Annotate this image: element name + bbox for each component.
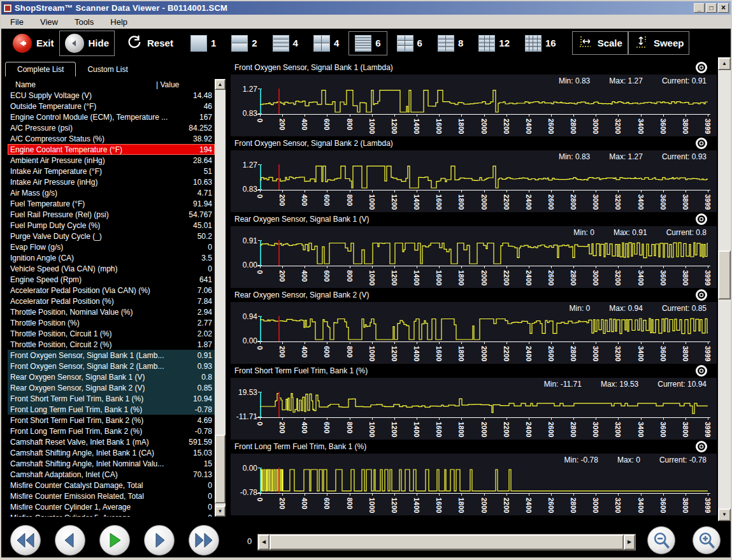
list-scroll-up-icon[interactable]: ▲: [215, 79, 226, 90]
parameter-row[interactable]: Accelerator Pedal Position (%)7.84: [8, 296, 215, 306]
timeline-scroll-right-icon[interactable]: ▶: [624, 535, 635, 550]
layout-button-2-1[interactable]: 2: [226, 32, 262, 55]
step-forward-button[interactable]: [144, 525, 175, 556]
timeline-scroll-thumb[interactable]: [269, 535, 624, 550]
layout-button-4-3[interactable]: 4: [308, 32, 345, 55]
exit-button[interactable]: Exit: [8, 31, 59, 55]
record-icon[interactable]: [695, 289, 708, 301]
x-axis-tick: [282, 190, 283, 192]
record-icon[interactable]: [695, 137, 708, 150]
parameter-row[interactable]: Engine Control Module (ECM), Temperature…: [8, 111, 215, 122]
x-axis-tick: [260, 266, 261, 268]
parameter-row[interactable]: Rear Oxygen Sensor, Signal Bank 2 (V)0.8…: [8, 382, 215, 393]
list-scroll-down-icon[interactable]: ▼: [215, 506, 226, 517]
menu-view[interactable]: View: [40, 17, 58, 27]
x-axis-label: 2200: [503, 194, 510, 210]
parameter-row[interactable]: Misfire Counter Cylinder 5, Average0: [8, 512, 215, 517]
tab-complete-list[interactable]: Complete List: [5, 62, 76, 76]
menu-help[interactable]: Help: [110, 17, 127, 27]
parameter-row[interactable]: Intake Air Pressure (inHg)10.63: [8, 176, 215, 187]
parameter-row[interactable]: Camshaft Shifting Angle, Inlet Nominal V…: [8, 458, 215, 469]
layout-button-8-6[interactable]: 8: [432, 32, 469, 55]
parameter-row[interactable]: Fuel Pump Duty Cycle (%)45.01: [8, 220, 215, 231]
parameter-row[interactable]: Evap Flow (g/s)0: [8, 241, 215, 252]
parameter-name: Front Long Term Fuel Trim, Bank 2 (%): [10, 427, 142, 436]
parameter-row[interactable]: Throttle Position, Circuit 1 (%)2.02: [8, 328, 215, 339]
charts-scroll-down-icon[interactable]: ▼: [718, 508, 731, 521]
parameter-row[interactable]: Front Short Term Fuel Trim, Bank 2 (%)4.…: [8, 415, 215, 426]
list-scrollbar[interactable]: ▲ ▼: [215, 79, 226, 517]
menu-file[interactable]: File: [10, 17, 24, 27]
parameter-row[interactable]: Intake Air Temperature (°F)51: [8, 166, 215, 176]
x-axis-tick: [663, 114, 664, 117]
parameter-value: 7.06: [197, 286, 212, 295]
record-icon[interactable]: [695, 61, 708, 74]
x-axis-tick: [618, 266, 619, 268]
parameter-row[interactable]: Air Mass (g/s)4.71: [8, 187, 215, 198]
menu-tools[interactable]: Tools: [75, 17, 94, 27]
layout-button-1-0[interactable]: 1: [185, 32, 222, 55]
record-icon[interactable]: [695, 213, 708, 226]
x-axis-label: 2200: [503, 270, 510, 285]
charts-scroll-up-icon[interactable]: ▲: [718, 57, 731, 70]
parameter-row[interactable]: Engine Coolant Temperature (°F)194: [8, 144, 215, 155]
parameter-row[interactable]: Misfire Counter Emission Related, Total0: [8, 491, 215, 501]
parameter-row[interactable]: Purge Valve Duty Cycle (_)50.2: [8, 231, 215, 241]
zoom-in-button[interactable]: [693, 526, 721, 554]
record-icon[interactable]: [695, 440, 708, 453]
timeline-scrollbar[interactable]: ◀ ▶: [257, 534, 636, 550]
layout-button-6-5[interactable]: 6: [391, 32, 428, 55]
parameter-row[interactable]: A/C Compressor Status (%)38.92: [8, 133, 215, 144]
charts-scroll-thumb[interactable]: [718, 250, 731, 299]
parameter-row[interactable]: Camshaft Shifting Angle, Inlet Bank 1 (C…: [8, 447, 215, 458]
play-button[interactable]: [99, 525, 130, 556]
parameter-row[interactable]: A/C Pressure (psi)84.252: [8, 122, 215, 133]
parameter-row[interactable]: Outside Temperature (°F)46: [8, 101, 215, 111]
close-button[interactable]: ×: [718, 3, 729, 13]
charts-scrollbar[interactable]: ▲ ▼: [718, 57, 731, 521]
layout-button-12-7[interactable]: 12: [473, 32, 515, 55]
x-axis-label: 2800: [570, 270, 577, 285]
parameter-row[interactable]: Rear Oxygen Sensor, Signal Bank 1 (V)0.8: [8, 371, 215, 382]
parameter-row[interactable]: Ambient Air Pressure (inHg)28.64: [8, 155, 215, 166]
parameter-row[interactable]: Front Oxygen Sensor, Signal Bank 2 (Lamb…: [8, 361, 215, 371]
list-scroll-thumb[interactable]: [215, 434, 226, 503]
parameter-row[interactable]: Misfire Counter Catalyst Damage, Total0: [8, 480, 215, 491]
parameter-row[interactable]: Accelerator Pedal Position (Via CAN) (%)…: [8, 285, 215, 296]
parameter-row[interactable]: Throttle Position (%)2.77: [8, 317, 215, 328]
parameter-row[interactable]: Camshaft Reset Valve, Inlet Bank 1 (mA)5…: [8, 436, 215, 447]
timeline-scroll-left-icon[interactable]: ◀: [258, 535, 269, 550]
parameter-row[interactable]: Front Long Term Fuel Trim, Bank 1 (%)-0.…: [8, 404, 215, 415]
parameter-row[interactable]: Front Short Term Fuel Trim, Bank 1 (%)10…: [8, 393, 215, 404]
skip-to-start-button[interactable]: [10, 525, 41, 556]
parameter-row[interactable]: Fuel Temperature (°F)91.94: [8, 198, 215, 209]
parameter-row[interactable]: Ignition Angle (CA)3.5: [8, 252, 215, 263]
hide-button[interactable]: Hide: [59, 31, 115, 56]
parameter-row[interactable]: Throttle Position, Nominal Value (%)2.94: [8, 306, 215, 317]
parameter-row[interactable]: Fuel Rail Pressure (Rel) (psi)54.767: [8, 209, 215, 220]
record-icon[interactable]: [695, 364, 708, 377]
layout-button-16-8[interactable]: 16: [519, 32, 562, 55]
parameter-row[interactable]: Front Oxygen Sensor, Signal Bank 1 (Lamb…: [8, 350, 215, 361]
parameter-row[interactable]: Vehicle Speed (Via CAN) (mph)0: [8, 263, 215, 274]
step-back-button[interactable]: [55, 525, 85, 556]
tab-custom-list[interactable]: Custom List: [76, 62, 139, 76]
layout-button-4-2[interactable]: 4: [267, 32, 304, 55]
x-axis-tick: [529, 190, 529, 192]
parameter-row[interactable]: Engine Speed (Rpm)641: [8, 274, 215, 285]
maximize-button[interactable]: □: [706, 3, 717, 13]
layout-button-6-4[interactable]: 6: [348, 31, 387, 55]
parameter-row[interactable]: Misfire Counter Cylinder 1, Average0: [8, 501, 215, 512]
zoom-out-button[interactable]: [647, 526, 675, 554]
parameter-value: 0.85: [197, 384, 212, 392]
minimize-button[interactable]: _: [694, 3, 705, 13]
parameter-row[interactable]: Throttle Position, Circuit 2 (%)1.87: [8, 339, 215, 350]
parameter-row[interactable]: Front Long Term Fuel Trim, Bank 2 (%)-0.…: [8, 426, 215, 436]
sweep-button[interactable]: Sweep: [628, 31, 690, 55]
parameter-row[interactable]: ECU Supply Voltage (V)14.48: [8, 90, 215, 101]
reset-button[interactable]: Reset: [121, 31, 178, 55]
parameter-row[interactable]: Camshaft Adaptation, Inlet (CA)70.13: [8, 469, 215, 480]
skip-to-end-button[interactable]: [189, 525, 219, 556]
parameter-value: 0: [208, 513, 212, 517]
scale-button[interactable]: Scale: [572, 31, 628, 55]
